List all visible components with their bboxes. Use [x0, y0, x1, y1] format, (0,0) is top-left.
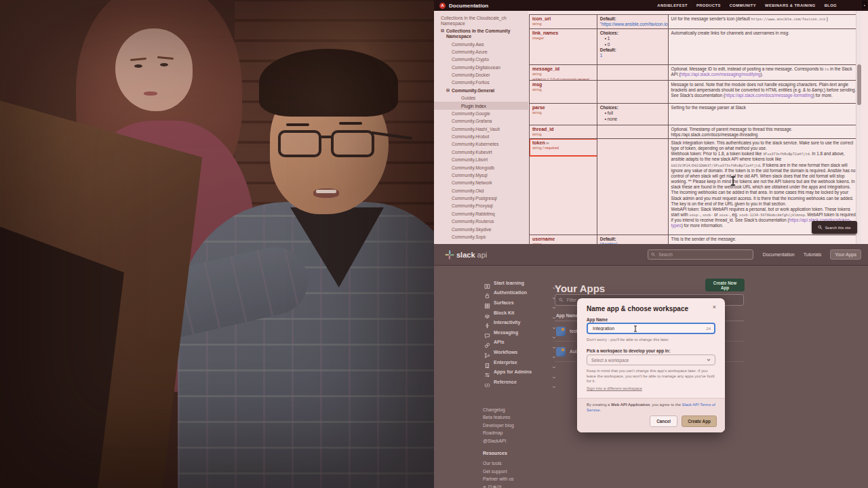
- docs-sidebar-item-community-hashi-vault[interactable]: Community.Hashi_Vault: [434, 125, 528, 133]
- slack-link-changelog[interactable]: Changelog: [483, 406, 514, 413]
- docs-sidebar-item-community-aws[interactable]: Community.Aws: [434, 40, 528, 47]
- sidebar-item-label: Community.Rabbitmq: [452, 211, 495, 216]
- choices-cell: Default:"https://www.ansible.com/favicon…: [597, 15, 669, 28]
- docs-topnav-blog[interactable]: BLOG: [825, 3, 837, 7]
- slack-sidebar-item-surfaces[interactable]: Surfaces: [475, 298, 557, 308]
- inline-link[interactable]: https://api.slack.com/messaging/modifyin…: [681, 72, 761, 77]
- docs-sidebar-item-community-google[interactable]: Community.Google: [434, 110, 528, 117]
- docs-scrollbar-thumb[interactable]: [857, 64, 861, 105]
- param-name[interactable]: message_id: [532, 66, 594, 72]
- slack-link-roadmap[interactable]: Roadmap: [483, 429, 514, 436]
- docs-sidebar-item-community-digitalocean[interactable]: Community.Digitalocean: [434, 64, 528, 71]
- param-name[interactable]: link_names: [532, 30, 594, 36]
- docs-sidebar-item-community-crypto[interactable]: Community.Crypto: [434, 56, 528, 63]
- slack-nav-documentation[interactable]: Documentation: [763, 252, 795, 257]
- default-value[interactable]: "https://www.ansible.com/favicon.ico": [600, 22, 665, 27]
- docs-sidebar-item-community-postgresql[interactable]: Community.Postgresql: [434, 195, 528, 202]
- brand-slack: slack: [456, 251, 475, 259]
- param-name[interactable]: parse: [532, 105, 594, 110]
- docs-sidebar-item-community-kubernetes[interactable]: Community.Kubernetes: [434, 140, 528, 148]
- inline-link[interactable]: https://api.slack.com/docs/message-forma…: [725, 93, 813, 98]
- docs-sidebar-item-community-mongodb[interactable]: Community.Mongodb: [434, 163, 528, 171]
- docs-sidebar-item-community-docker[interactable]: Community.Docker: [434, 71, 528, 79]
- param-name[interactable]: msg: [532, 82, 594, 87]
- create-app-button[interactable]: Create App: [682, 415, 717, 427]
- docs-sidebar-item-community-kubevirt[interactable]: Community.Kubevirt: [434, 148, 528, 156]
- sidebar-item-label: Community.Digitalocean: [452, 65, 500, 70]
- docs-sidebar-item-community-general[interactable]: ⊟Community.General: [434, 87, 528, 94]
- slack-link-beta-features[interactable]: Beta features: [483, 413, 514, 421]
- docs-sidebar-item-community-skydive[interactable]: Community.Skydive: [434, 225, 528, 232]
- slack-sidebar-item-apis[interactable]: APIs: [475, 338, 557, 348]
- slack-api-brand[interactable]: slack api: [456, 251, 487, 259]
- docs-sidebar-item-guides[interactable]: Guides: [434, 94, 528, 102]
- slack-sidebar-item-enterprise[interactable]: Enterprise: [475, 357, 557, 367]
- slack-link-get-support[interactable]: Get support: [483, 468, 513, 476]
- chevron-down-icon[interactable]: [552, 380, 556, 384]
- slack-link-developer-blog[interactable]: Developer blog: [483, 422, 514, 429]
- search-this-site-button[interactable]: Search this site: [812, 221, 857, 234]
- cancel-button[interactable]: Cancel: [650, 415, 677, 427]
- docs-sidebar-item-community-azure[interactable]: Community.Azure: [434, 48, 528, 56]
- app-name-field[interactable]: 24: [587, 323, 715, 334]
- slack-link-slackapi[interactable]: @SlackAPI: [483, 437, 514, 445]
- docs-sidebar-item-community-fortios[interactable]: Community.Fortios: [434, 79, 528, 86]
- docs-sidebar-item-community-proxysql[interactable]: Community.Proxysql: [434, 202, 528, 209]
- param-name[interactable]: icon_url: [532, 16, 594, 22]
- docs-sidebar-item-collections-in-the-cloudscale-ch-namespace[interactable]: Collections in the Cloudscale_ch Namespa…: [434, 14, 528, 27]
- collapse-icon[interactable]: ⊟: [441, 28, 444, 33]
- slack-sidebar-item-block-kit[interactable]: Block Kit: [475, 308, 557, 318]
- create-new-app-button[interactable]: Create New App: [705, 279, 745, 291]
- app-name-input[interactable]: [591, 325, 632, 331]
- text-segment: ): [825, 16, 828, 21]
- scroll-up-arrow-icon[interactable]: ▴: [862, 1, 867, 9]
- slack-nav-your-apps[interactable]: Your Apps: [830, 249, 861, 260]
- param-name[interactable]: token ∞: [532, 140, 594, 146]
- slack-sidebar-item-start-learning[interactable]: Start learning: [475, 278, 557, 288]
- slack-sidebar-item-interactivity[interactable]: Interactivity: [475, 317, 557, 327]
- default-value[interactable]: 1: [600, 53, 665, 58]
- slack-link-partner-with-us[interactable]: Partner with us: [483, 475, 513, 483]
- docs-title[interactable]: Documentation: [449, 3, 488, 9]
- docs-sidebar-item-community-mysql[interactable]: Community.Mysql: [434, 171, 528, 179]
- docs-sidebar-item-collections-in-the-community-namespace[interactable]: ⊟Collections in the Community Namespace: [434, 27, 528, 40]
- docs-topnav-community[interactable]: COMMUNITY: [730, 3, 756, 7]
- slack-sidebar-item-reference[interactable]: Reference: [475, 377, 557, 387]
- docs-topnav-ansiblefest[interactable]: ANSIBLEFEST: [657, 3, 688, 7]
- chevron-down-icon[interactable]: [552, 370, 556, 374]
- docs-sidebar-item-community-grafana[interactable]: Community.Grafana: [434, 117, 528, 125]
- docs-scrollbar[interactable]: [856, 11, 861, 244]
- docs-topnav-webinars-training[interactable]: WEBINARS & TRAINING: [765, 3, 816, 7]
- comment-cell: Url for the message sender's icon (defau…: [669, 15, 861, 28]
- param-name[interactable]: thread_id: [532, 127, 594, 132]
- required-flag: / required: [542, 146, 559, 150]
- slack-sidebar-item-apps-for-admins[interactable]: Apps for Admins: [475, 367, 557, 377]
- name-app-modal: Name app & choose workspace × App Name 2…: [577, 298, 725, 432]
- slack-search-input[interactable]: [657, 251, 749, 258]
- docs-sidebar-item-community-rabbitmq[interactable]: Community.Rabbitmq: [434, 210, 528, 218]
- docs-sidebar-item-plugin-index[interactable]: Plugin Index: [434, 102, 528, 109]
- docs-sidebar-item-community-network[interactable]: Community.Network: [434, 179, 528, 186]
- slack-sidebar-item-workflows[interactable]: Workflows: [475, 347, 557, 357]
- docs-sidebar-item-community-routeros[interactable]: Community.Routeros: [434, 218, 528, 225]
- docs-topnav-products[interactable]: PRODUCTS: [696, 3, 721, 7]
- slack-sidebar-item-messaging[interactable]: Messaging: [475, 327, 557, 338]
- comment-cell: This is the sender of the message.: [669, 235, 861, 244]
- slack-logo-icon[interactable]: [445, 250, 454, 260]
- sign-into-different-workspace-link[interactable]: Sign into a different workspace: [587, 386, 642, 390]
- close-icon[interactable]: ×: [711, 302, 717, 312]
- slack-search-box[interactable]: [648, 249, 753, 260]
- screenshot: A Documentation ANSIBLEFESTPRODUCTSCOMMU…: [0, 0, 868, 488]
- locale-link[interactable]: ⊕ 日本語: [483, 483, 513, 488]
- ansible-logo-icon[interactable]: A: [439, 3, 446, 9]
- slack-link-our-tools[interactable]: Our tools: [483, 460, 513, 468]
- docs-sidebar-item-community-sops[interactable]: Community.Sops: [434, 233, 528, 241]
- docs-sidebar-item-community-okd[interactable]: Community.Okd: [434, 187, 528, 195]
- param-name[interactable]: username: [532, 237, 594, 242]
- collapse-icon[interactable]: ⊟: [446, 88, 450, 93]
- docs-sidebar-item-community-libvirt[interactable]: Community.Libvirt: [434, 156, 528, 163]
- slack-sidebar-item-authentication[interactable]: Authentication: [475, 288, 557, 298]
- docs-sidebar-item-community-hrobot[interactable]: Community.Hrobot: [434, 133, 528, 140]
- workspace-select[interactable]: Select a workspace: [587, 354, 715, 365]
- slack-nav-tutorials[interactable]: Tutorials: [804, 252, 822, 257]
